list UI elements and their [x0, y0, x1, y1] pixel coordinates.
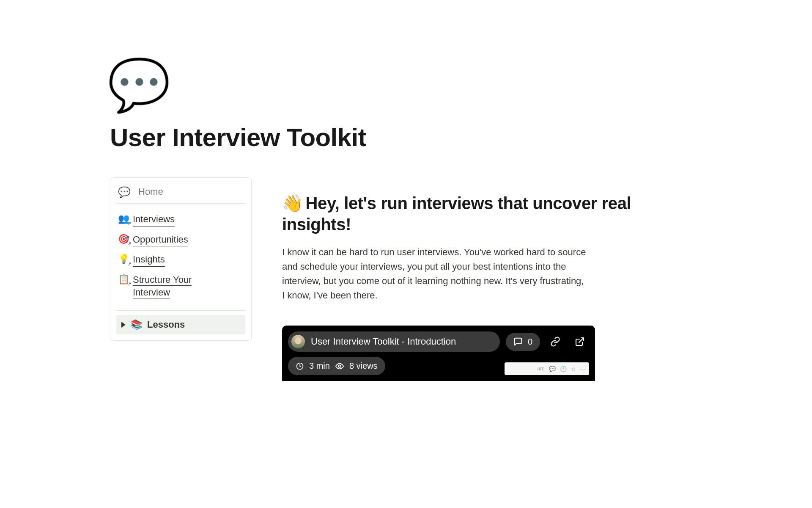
- page-emoji-icon: 💬: [107, 59, 702, 110]
- video-duration-pill: 3 min 8 views: [288, 357, 385, 375]
- page-title: User Interview Toolkit: [110, 123, 702, 152]
- comment-icon: [513, 337, 523, 346]
- main-content: 👋Hey, let's run interviews that uncover …: [282, 177, 702, 381]
- presenter-avatar: [291, 335, 305, 348]
- sidebar-item-interviews[interactable]: 👥↗ Interviews: [118, 210, 244, 230]
- sidebar-item-opportunities[interactable]: 🎯↗ Opportunities: [118, 230, 244, 250]
- link-icon: [550, 337, 560, 347]
- sidebar-divider: [116, 310, 245, 311]
- tiny-comment-icon: 💬: [549, 366, 556, 372]
- video-title-pill[interactable]: User Interview Toolkit - Introduction: [288, 331, 500, 352]
- video-background-toolbar: ure 💬 🕘 ☆ ⋯: [505, 362, 589, 375]
- video-title: User Interview Toolkit - Introduction: [311, 336, 456, 347]
- sidebar-item-label: Structure Your Interview: [133, 273, 192, 298]
- sidebar-item-label: Opportunities: [133, 233, 188, 247]
- video-copy-link-button[interactable]: [546, 332, 565, 351]
- sidebar-nav-list: 👥↗ Interviews 🎯↗ Opportunities 💡↗ Insigh…: [116, 204, 245, 308]
- sidebar-lessons-label: Lessons: [147, 319, 185, 330]
- video-comments-count: 0: [528, 337, 532, 347]
- people-icon: 👥↗: [118, 213, 129, 225]
- svg-point-2: [338, 365, 341, 367]
- sidebar-home-item[interactable]: 💬 Home: [116, 184, 245, 204]
- sidebar-item-label: Interviews: [133, 213, 175, 226]
- content-headline: 👋Hey, let's run interviews that uncover …: [282, 193, 702, 235]
- speech-bubble-icon: 💬: [118, 186, 131, 198]
- caret-right-icon: [121, 322, 126, 328]
- tiny-star-icon: ☆: [571, 366, 576, 372]
- content-intro-paragraph: I know it can be hard to run user interv…: [282, 245, 587, 303]
- sidebar-item-structure-interview[interactable]: 📋↗ Structure Your Interview: [118, 270, 244, 302]
- external-link-icon: [575, 337, 585, 347]
- video-open-external-button[interactable]: [571, 332, 589, 351]
- video-duration: 3 min: [309, 361, 330, 371]
- sidebar-item-label: Insights: [133, 253, 165, 267]
- sidebar-home-label: Home: [138, 186, 163, 198]
- wave-icon: 👋: [282, 194, 303, 213]
- clipboard-icon: 📋↗: [118, 273, 129, 286]
- sidebar-card: 💬 Home 👥↗ Interviews 🎯↗ Opportunities 💡↗…: [110, 177, 252, 341]
- video-embed[interactable]: User Interview Toolkit - Introduction 0: [282, 326, 595, 381]
- eye-icon: [335, 362, 344, 371]
- svg-line-0: [579, 338, 584, 342]
- bulb-icon: 💡↗: [118, 253, 129, 265]
- books-icon: 📚: [131, 319, 142, 330]
- video-comments-button[interactable]: 0: [506, 333, 540, 351]
- sidebar-lessons-toggle[interactable]: 📚 Lessons: [116, 315, 245, 334]
- video-views: 8 views: [349, 361, 378, 371]
- sidebar-item-insights[interactable]: 💡↗ Insights: [118, 250, 244, 270]
- tiny-more-icon: ⋯: [580, 366, 586, 372]
- clock-icon: [296, 362, 304, 370]
- target-icon: 🎯↗: [118, 233, 129, 246]
- tiny-clock-icon: 🕘: [560, 366, 567, 372]
- strip-text: ure: [538, 366, 545, 372]
